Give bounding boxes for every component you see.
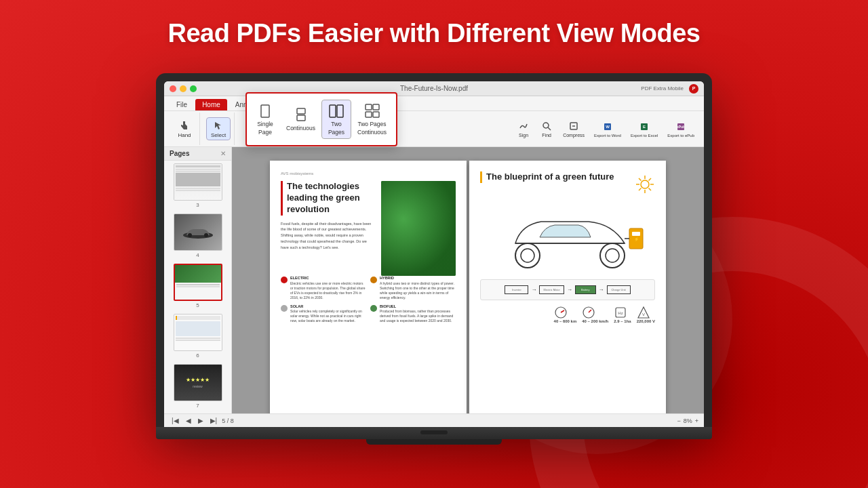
- page1-title: The technologies leading the green revol…: [281, 181, 376, 216]
- tab-home[interactable]: Home: [195, 99, 227, 110]
- page-number-6: 6: [196, 352, 199, 359]
- sidebar-close-button[interactable]: ✕: [220, 150, 226, 157]
- page-thumbnail-5[interactable]: [174, 264, 222, 301]
- sidebar-header: Pages ✕: [164, 147, 231, 161]
- list-item: ★★★★★ review 7: [167, 364, 229, 409]
- two-pages-continuous-icon: [364, 103, 380, 119]
- svg-line-33: [649, 188, 652, 191]
- bottom-navigation-bar: |◀ ◀ ▶ ▶| 5 / 8 − 8% +: [164, 413, 704, 427]
- app-window: The-Future-Is-Now.pdf PDF Extra Mobile P…: [164, 81, 704, 427]
- svg-line-32: [639, 178, 642, 181]
- page-thumbnail-4[interactable]: [174, 214, 222, 251]
- app-logo: P: [689, 84, 698, 94]
- ribbon-content-area: Hand Select: [164, 111, 704, 146]
- tech-grid: ELECTRIC Electric vehicles use one or mo…: [281, 276, 456, 323]
- svg-point-39: [606, 249, 619, 262]
- select-tool[interactable]: Select: [207, 118, 230, 140]
- close-button[interactable]: [170, 85, 176, 92]
- svg-rect-9: [337, 105, 343, 117]
- hybrid-icon: [370, 277, 377, 283]
- svg-rect-11: [373, 104, 379, 110]
- battery-box: Battery: [575, 285, 596, 294]
- sidebar-title: Pages: [170, 150, 189, 157]
- solar-icon: [281, 305, 288, 312]
- compress-icon: [568, 120, 580, 132]
- compress-tool[interactable]: Compress: [559, 119, 589, 139]
- svg-marker-0: [215, 122, 221, 129]
- last-page-button[interactable]: ▶|: [208, 416, 220, 425]
- green-image: [381, 181, 456, 276]
- hybrid-text: HYBRID A hybrid uses two or more distinc…: [380, 276, 456, 300]
- export-epub-tool[interactable]: ePub Export to ePub: [663, 119, 698, 139]
- svg-text:⚡: ⚡: [634, 237, 639, 242]
- page-thumbnail-6[interactable]: [174, 314, 222, 351]
- page-thumbnail-7[interactable]: ★★★★★ review: [174, 364, 222, 401]
- view-modes-group: Single Page: [245, 92, 397, 146]
- single-page-icon: [257, 103, 273, 119]
- tech-hybrid: HYBRID A hybrid uses two or more distinc…: [370, 276, 456, 300]
- zoom-in-button[interactable]: +: [695, 418, 698, 424]
- word-icon: W: [601, 121, 614, 133]
- laptop: The-Future-Is-Now.pdf PDF Extra Mobile P…: [156, 73, 712, 439]
- brand-text: AVS mobisystems: [281, 171, 456, 176]
- tab-file[interactable]: File: [170, 99, 194, 110]
- tech-solar: SOLAR Solar vehicles rely completely or …: [281, 304, 366, 324]
- svg-text:ePub: ePub: [677, 125, 685, 129]
- tool-group-basic: Hand: [170, 113, 200, 145]
- maximize-button[interactable]: [190, 85, 197, 92]
- svg-point-26: [204, 233, 208, 237]
- spec-voltage: V 220,000 V: [637, 306, 655, 323]
- view-two-pages[interactable]: Two Pages: [322, 100, 351, 138]
- zoom-out-button[interactable]: −: [677, 418, 680, 424]
- svg-text:E: E: [643, 125, 646, 129]
- pdf-viewer: AVS mobisystems The technologies leading…: [232, 147, 704, 413]
- svg-rect-12: [366, 112, 372, 117]
- biofuel-icon: [370, 305, 377, 312]
- svg-point-27: [641, 180, 649, 188]
- pdf-page-6: The blueprint of a green future: [469, 161, 666, 413]
- page2-title: The blueprint of a green future: [480, 171, 655, 183]
- list-item: 6: [167, 314, 229, 359]
- list-item: 3: [167, 163, 229, 208]
- sun-icon: [635, 174, 655, 195]
- page-number-5: 5: [196, 302, 199, 308]
- view-continuous[interactable]: Continuous: [281, 104, 321, 134]
- ribbon: File Home Annotate Edit Fill &...: [164, 96, 704, 147]
- svg-text:Hz: Hz: [618, 311, 623, 315]
- svg-point-38: [600, 243, 625, 268]
- title-bar-right: PDF Extra Mobile P: [641, 84, 698, 94]
- electric-icon: [281, 277, 288, 283]
- find-tool[interactable]: Find: [536, 119, 557, 139]
- export-word-tool[interactable]: W Export to Word: [590, 119, 625, 139]
- tool-group-select: Select: [203, 113, 235, 145]
- find-icon: [540, 120, 553, 132]
- view-two-pages-continuous[interactable]: Two Pages Continuous: [352, 100, 392, 138]
- laptop-body: The-Future-Is-Now.pdf PDF Extra Mobile P…: [156, 73, 712, 427]
- export-excel-tool[interactable]: E Export to Excel: [627, 119, 662, 139]
- solar-text: SOLAR Solar vehicles rely completely or …: [290, 304, 366, 324]
- two-pages-icon: [328, 103, 344, 119]
- page-number-7: 7: [196, 403, 199, 409]
- svg-rect-6: [297, 108, 305, 114]
- next-page-button[interactable]: ▶: [196, 416, 205, 425]
- view-single-page[interactable]: Single Page: [251, 100, 279, 138]
- right-tools: Sign Find: [513, 113, 698, 145]
- electric-text: ELECTRIC Electric vehicles use one or mo…: [290, 276, 366, 300]
- motor-box: Electric Motor: [539, 285, 564, 294]
- svg-rect-10: [366, 104, 372, 110]
- inverter-box: Inverter: [505, 285, 528, 294]
- hand-tool[interactable]: Hand: [174, 118, 195, 140]
- sign-icon: [517, 120, 530, 132]
- prev-page-button[interactable]: ◀: [184, 416, 193, 425]
- first-page-button[interactable]: |◀: [170, 416, 181, 425]
- list-item: 4: [167, 214, 229, 258]
- sign-tool[interactable]: Sign: [513, 119, 534, 139]
- svg-line-45: [561, 310, 564, 312]
- page-thumbnail-3[interactable]: [174, 163, 222, 201]
- spec-freq: Hz 2.9 – 1ha: [614, 306, 631, 323]
- zoom-level: 8%: [684, 418, 692, 424]
- minimize-button[interactable]: [180, 85, 186, 92]
- zoom-controls: − 8% +: [677, 418, 698, 424]
- svg-rect-13: [373, 112, 379, 117]
- page1-body: Fossil fuels, despite all their disadvan…: [281, 221, 376, 251]
